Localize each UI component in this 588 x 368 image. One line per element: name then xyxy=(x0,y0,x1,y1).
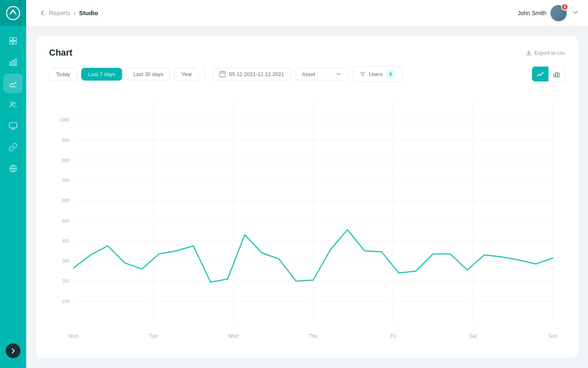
svg-rect-6 xyxy=(12,60,14,65)
users-filter-label: Users xyxy=(369,71,383,77)
line-chart-icon xyxy=(537,70,544,78)
avatar-wrap: 5 xyxy=(550,5,567,21)
sidebar-item-connections[interactable] xyxy=(3,137,23,157)
sidebar-item-users[interactable] xyxy=(3,95,23,114)
bar-chart-icon xyxy=(553,70,560,78)
svg-text:200: 200 xyxy=(62,278,69,283)
svg-rect-7 xyxy=(15,59,17,66)
svg-point-9 xyxy=(11,102,13,105)
svg-rect-16 xyxy=(220,72,225,77)
filter-year-button[interactable]: Year xyxy=(174,68,199,81)
sidebar-item-globe[interactable] xyxy=(3,159,23,178)
breadcrumb-parent[interactable]: Reports xyxy=(49,9,71,16)
download-icon xyxy=(526,49,532,56)
username-label: John Smith xyxy=(518,10,546,16)
svg-text:Tue: Tue xyxy=(149,333,158,339)
asset-dropdown[interactable]: Asset xyxy=(295,68,348,81)
svg-point-0 xyxy=(7,7,20,20)
filter-last30-button[interactable]: Last 30 days xyxy=(126,68,170,81)
sidebar-item-analytics[interactable] xyxy=(3,74,23,93)
filter-today-button[interactable]: Today xyxy=(49,68,77,81)
export-csv-button[interactable]: Export to csv xyxy=(526,49,565,56)
svg-point-10 xyxy=(14,102,16,104)
chart-svg: 1002003004005006007008009001000MonTueWed… xyxy=(49,92,565,342)
svg-text:900: 900 xyxy=(62,138,69,143)
svg-text:Sat: Sat xyxy=(469,333,477,339)
svg-text:Wed: Wed xyxy=(228,333,238,339)
chart-type-toggle xyxy=(532,66,565,82)
svg-rect-5 xyxy=(10,62,11,65)
users-filter-button[interactable]: Users 5 xyxy=(352,66,402,82)
svg-text:400: 400 xyxy=(62,238,69,243)
sidebar-nav xyxy=(3,26,23,343)
svg-text:700: 700 xyxy=(62,178,69,183)
chart-card: Chart Export to csv Today Last 7 days La… xyxy=(36,36,578,358)
sidebar-item-presentations[interactable] xyxy=(3,116,23,136)
calendar-icon xyxy=(219,71,226,77)
svg-text:1000: 1000 xyxy=(60,117,69,122)
svg-text:Mon: Mon xyxy=(69,333,78,339)
breadcrumb-separator: › xyxy=(74,9,76,16)
main-area: Reports › Studio John Smith 5 Chart xyxy=(26,0,588,368)
svg-rect-24 xyxy=(556,72,557,77)
export-label: Export to csv xyxy=(535,50,565,56)
asset-label: Asset xyxy=(302,71,316,77)
sidebar-item-dashboard[interactable] xyxy=(3,31,23,51)
date-range-picker[interactable]: 05.12.2021-12.12.2021 xyxy=(212,67,291,81)
back-button[interactable] xyxy=(36,7,49,20)
user-menu-chevron-icon[interactable] xyxy=(572,9,578,17)
svg-rect-11 xyxy=(9,123,17,128)
svg-text:600: 600 xyxy=(62,198,69,203)
notification-badge: 5 xyxy=(561,3,568,11)
svg-rect-25 xyxy=(558,73,559,77)
filter-last7-button[interactable]: Last 7 days xyxy=(81,68,122,81)
chart-type-bar-button[interactable] xyxy=(548,67,565,81)
content-area: Chart Export to csv Today Last 7 days La… xyxy=(26,26,588,368)
logo[interactable] xyxy=(0,0,26,26)
asset-chevron-icon xyxy=(336,71,341,77)
svg-text:500: 500 xyxy=(62,218,69,223)
svg-rect-3 xyxy=(10,41,13,44)
date-range-label: 05.12.2021-12.12.2021 xyxy=(229,71,284,77)
card-header: Chart Export to csv xyxy=(49,47,565,58)
user-menu[interactable]: John Smith 5 xyxy=(518,5,578,21)
chart-area: 1002003004005006007008009001000MonTueWed… xyxy=(49,92,565,342)
filter-divider xyxy=(205,68,205,80)
svg-text:100: 100 xyxy=(62,299,69,304)
svg-text:Fri: Fri xyxy=(390,333,396,339)
topbar: Reports › Studio John Smith 5 xyxy=(26,0,588,26)
breadcrumb-current: Studio xyxy=(79,9,98,16)
breadcrumb: Reports › Studio xyxy=(49,9,518,16)
chart-type-line-button[interactable] xyxy=(532,67,548,81)
svg-rect-23 xyxy=(554,74,555,77)
svg-rect-2 xyxy=(13,38,16,40)
sidebar-toggle-button[interactable] xyxy=(6,343,20,358)
card-title: Chart xyxy=(49,47,72,58)
users-filter-count: 5 xyxy=(386,70,395,79)
sidebar xyxy=(0,0,26,368)
svg-text:300: 300 xyxy=(62,258,69,263)
svg-text:800: 800 xyxy=(62,158,69,163)
svg-rect-1 xyxy=(10,38,13,40)
svg-text:Sun: Sun xyxy=(548,333,557,339)
svg-rect-4 xyxy=(13,41,16,44)
filter-icon xyxy=(359,71,366,77)
sidebar-item-reports[interactable] xyxy=(3,52,23,72)
svg-text:Thu: Thu xyxy=(309,333,318,339)
filter-bar: Today Last 7 days Last 30 days Year 05.1… xyxy=(49,66,565,82)
